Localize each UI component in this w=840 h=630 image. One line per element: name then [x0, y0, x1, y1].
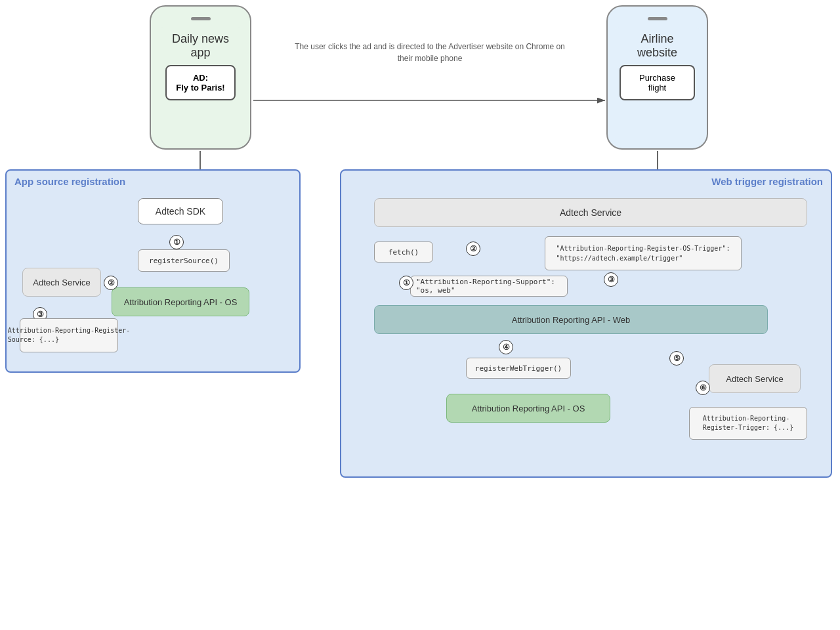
web-step-6: ⑥	[696, 381, 710, 395]
ad-label: AD:	[193, 73, 208, 83]
register-source-box: registerSource()	[138, 249, 230, 272]
web-attribution-web-box: Attribution Reporting API - Web	[374, 305, 768, 334]
purchase-flight-text: Purchase flight	[639, 73, 675, 93]
web-os-trigger-header: "Attribution-Reporting-Register-OS-Trigg…	[545, 236, 742, 270]
web-step-4: ④	[499, 340, 513, 354]
web-step-2: ②	[466, 242, 480, 256]
web-step-5: ⑤	[669, 351, 684, 366]
web-attribution-os-box: Attribution Reporting API - OS	[446, 394, 610, 423]
phone-left-screen: Daily news app AD: Fly to Paris!	[158, 27, 243, 142]
app-adtech-service-box: Adtech Service	[22, 268, 101, 297]
ad-text: Fly to Paris!	[176, 83, 224, 93]
phone-right-button: Purchase flight	[620, 65, 695, 100]
web-register-trigger-box: registerWebTrigger()	[466, 358, 571, 379]
phone-right: Airline website Purchase flight	[606, 5, 708, 150]
phone-left-title: Daily news app	[163, 32, 238, 60]
web-support-header: "Attribution-Reporting-Support": "os, we…	[410, 276, 568, 297]
phone-right-screen: Airline website Purchase flight	[614, 27, 700, 142]
web-adtech-service-top: Adtech Service	[374, 198, 807, 227]
phone-left: Daily news app AD: Fly to Paris!	[150, 5, 251, 150]
web-step-3: ③	[604, 272, 618, 287]
web-step-1: ①	[399, 276, 413, 290]
web-reg-title: Web trigger registration	[711, 176, 823, 187]
phone-right-speaker	[648, 17, 667, 20]
app-header-code-box: Attribution-Reporting-Register- Source: …	[20, 318, 118, 352]
phone-right-title: Airline website	[620, 32, 695, 60]
diagram-container: Daily news app AD: Fly to Paris! Airline…	[0, 0, 840, 630]
web-adtech-service-right: Adtech Service	[709, 364, 801, 393]
web-fetch-box: fetch()	[374, 242, 433, 262]
adtech-sdk-box: Adtech SDK	[138, 198, 223, 224]
app-attribution-os-box: Attribution Reporting API - OS	[112, 287, 249, 316]
app-reg-title: App source registration	[14, 176, 125, 187]
app-step-2: ②	[104, 276, 118, 290]
app-step-1: ①	[169, 235, 184, 249]
phone-left-speaker	[191, 17, 211, 20]
phone-left-ad: AD: Fly to Paris!	[165, 65, 235, 100]
app-source-reg-box: App source registration Adtech SDK ① reg…	[5, 169, 301, 373]
web-trigger-reg-box: Web trigger registration Adtech Service …	[340, 169, 832, 478]
arrow-label: The user clicks the ad and is directed t…	[289, 41, 571, 64]
web-trigger-header-code: Attribution-Reporting- Register-Trigger:…	[689, 407, 807, 440]
